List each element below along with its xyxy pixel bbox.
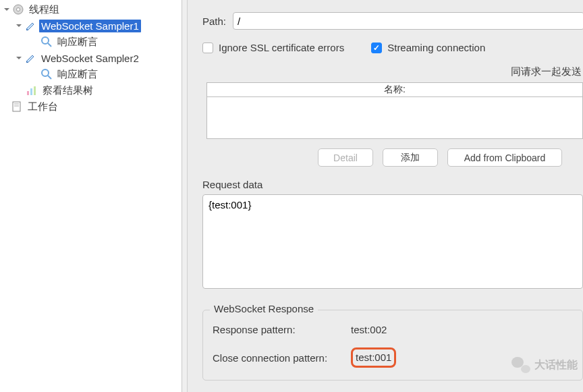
svg-rect-10	[34, 86, 36, 95]
svg-line-7	[48, 76, 51, 79]
svg-point-5	[26, 61, 28, 63]
response-pattern-label: Response pattern:	[213, 324, 344, 335]
sampler-icon	[24, 52, 36, 64]
tree-node-assertion1[interactable]: 响应断言	[0, 34, 182, 50]
close-pattern-highlight: test:001	[351, 347, 396, 368]
svg-point-6	[42, 69, 49, 76]
add-button[interactable]: 添加	[383, 148, 438, 167]
checkbox-checked-icon	[371, 43, 382, 53]
tree-label: WebSocket Sampler2	[39, 52, 141, 65]
config-panel: Path: Ignore SSL certificate errors Stre…	[188, 0, 583, 392]
request-data-input[interactable]	[202, 194, 583, 289]
path-input[interactable]	[233, 12, 583, 30]
tree-label: 察看结果树	[40, 84, 95, 98]
chevron-down-icon[interactable]	[3, 5, 11, 13]
tree-node-thread-group[interactable]: 线程组	[0, 1, 182, 18]
response-pattern-value: test:002	[351, 324, 387, 335]
watermark: 大话性能	[511, 357, 578, 373]
tree-node-workbench[interactable]: 工作台	[0, 99, 182, 115]
add-from-clipboard-button[interactable]: Add from Clipboard	[447, 148, 562, 167]
close-pattern-label: Close connection pattern:	[213, 352, 344, 364]
workbench-icon	[11, 101, 23, 113]
request-data-label: Request data	[202, 179, 583, 190]
tree-label: 工作台	[26, 100, 60, 114]
tree-node-assertion2[interactable]: 响应断言	[0, 66, 182, 82]
tree-label: 线程组	[27, 3, 61, 17]
svg-point-3	[42, 37, 49, 44]
path-row: Path:	[202, 12, 583, 30]
send-with-request-label: 同请求一起发送	[202, 65, 583, 78]
tree-label: 响应断言	[55, 35, 100, 49]
detail-button[interactable]: Detail	[318, 148, 373, 167]
svg-line-4	[48, 43, 51, 47]
ignore-ssl-label: Ignore SSL certificate errors	[219, 42, 344, 53]
sampler-icon	[24, 20, 36, 32]
tree-panel: 线程组 WebSocket Sampler1 响应断言 WebSocket Sa…	[0, 0, 182, 392]
tree-label-selected: WebSocket Sampler1	[39, 20, 141, 32]
split-divider[interactable]	[182, 0, 188, 392]
close-pattern-value: test:001	[356, 352, 391, 363]
svg-point-2	[26, 29, 28, 30]
wechat-icon	[511, 357, 530, 373]
tree-label: 响应断言	[55, 67, 100, 82]
svg-rect-9	[30, 88, 32, 95]
column-header-name: 名称:	[206, 82, 583, 97]
chevron-down-icon[interactable]	[15, 54, 23, 62]
tree-node-sampler1[interactable]: WebSocket Sampler1	[0, 18, 182, 34]
response-pattern-row: Response pattern: test:002	[213, 324, 573, 335]
ignore-ssl-checkbox[interactable]: Ignore SSL certificate errors	[202, 42, 344, 53]
watermark-text: 大话性能	[534, 358, 578, 372]
magnifier-icon	[40, 36, 53, 48]
checkbox-icon	[202, 43, 213, 53]
streaming-checkbox[interactable]: Streaming connection	[371, 42, 485, 53]
chart-icon	[26, 84, 38, 96]
svg-rect-11	[13, 102, 20, 111]
tree-node-sampler2[interactable]: WebSocket Sampler2	[0, 50, 182, 66]
path-label: Path:	[202, 16, 226, 27]
svg-rect-8	[27, 91, 29, 95]
streaming-label: Streaming connection	[387, 42, 485, 53]
magnifier-icon	[40, 68, 53, 80]
gear-icon	[12, 3, 24, 16]
ws-response-title: WebSocket Response	[210, 303, 318, 314]
svg-point-1	[17, 8, 20, 11]
params-list[interactable]	[206, 97, 583, 139]
button-row: Detail 添加 Add from Clipboard	[202, 148, 583, 167]
tree-node-result-tree[interactable]: 察看结果树	[0, 82, 182, 99]
chevron-down-icon[interactable]	[15, 22, 23, 30]
params-table: 名称:	[206, 82, 583, 139]
options-row: Ignore SSL certificate errors Streaming …	[202, 42, 583, 53]
